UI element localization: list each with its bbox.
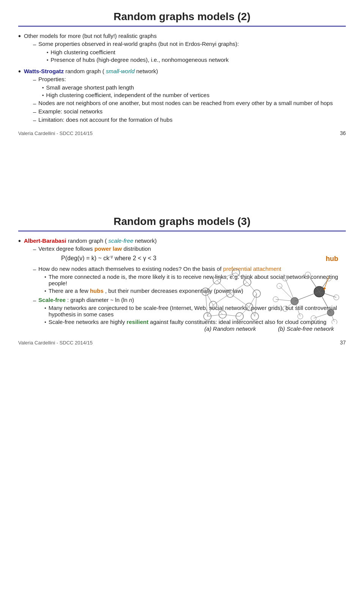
hubs-label: hubs [90,288,104,294]
bullet2-dash-list: – Nodes are not neighbors of one another… [24,100,333,123]
slide1-number: 36 [340,130,346,136]
slide2-sub3a-bullet: • [44,305,46,311]
svg-line-23 [240,307,249,316]
prop1-bullet: • [42,85,44,91]
power-law-label: power law [94,245,122,252]
svg-line-17 [206,280,217,292]
scale-free-graph-label: Scale-free [38,297,66,303]
formula-line: P(deg(v) = k) ~ ck-γ where 2 < γ < 3 [38,254,156,262]
slide2-sub2b-bullet: • [44,288,46,294]
svg-line-18 [247,282,257,294]
scale-free-network-svg [270,263,342,324]
slide2-bullet1-rest: random graph ( [68,237,107,244]
bullet1-subsub1-text: High clustering coefficient [51,49,116,55]
slide2-dash1-content: Vertex degree follows power law distribu… [38,245,156,264]
slide2-dash1-text2: distribution [124,245,151,252]
prop2: • High clustering coefficient, independe… [42,92,333,98]
slide2-sub2b-text1: There are a few [49,288,90,294]
slide2-dash1-icon: – [33,246,36,252]
bullet1-text: Other models for more (but not fully!) r… [24,33,157,39]
diagram2-box: hub [270,263,342,332]
dash-item2: – Example: social networks [33,108,333,115]
bullet1-sublist: – Some properties observed in real-world… [24,41,239,47]
slide1-bullet2: • Watts-Strogatz random graph ( small-wo… [18,68,346,125]
slide2-body: • Albert-Barabasi random graph ( scale-f… [18,237,346,332]
properties-label: Properties: [38,76,66,82]
formula-text: P(deg(v) = k) ~ ck-γ [61,255,113,261]
svg-line-48 [324,277,329,289]
svg-line-19 [206,292,213,305]
slide2-dash2-icon: – [33,266,36,272]
slide2-footer-left: Valeria Cardellini - SDCC 2014/15 [18,340,93,346]
slide2-title: Random graphs models (3) [18,215,346,228]
prop1: • Small average shortest path length [42,84,333,91]
slide2-bullet1-dot: • [18,237,21,245]
small-bullet-icon1: • [47,50,49,55]
svg-line-15 [230,294,249,307]
svg-line-53 [285,278,295,301]
svg-line-20 [213,305,223,314]
bullet1-subsub2-text: Presence of hubs (high-degree nodes), i.… [51,57,229,63]
hub-label-text: hub [326,255,338,263]
svg-line-14 [213,294,230,305]
slide2-dash1-text1: Vertex degree follows [38,245,94,252]
slide-2: Random graphs models (3) • Albert-Baraba… [0,205,364,355]
svg-line-54 [314,313,331,318]
formula-where: where 2 < γ < 3 [115,255,156,261]
slide1-title: Random graphs models (2) [18,11,346,23]
slide2-sub3b-bullet: • [44,319,46,325]
prop1-text: Small average shortest path length [46,84,134,91]
svg-line-16 [217,273,236,280]
svg-line-24 [249,307,255,316]
svg-line-25 [223,314,240,316]
svg-line-43 [295,292,319,301]
dash-icon5: – [33,117,36,123]
bullet2-rest2: network) [136,68,158,74]
dash-icon2: – [33,76,36,83]
svg-line-29 [236,273,247,282]
svg-line-21 [207,305,213,316]
dash-item1-text: Nodes are not neighbors of one another, … [38,100,333,106]
svg-line-12 [217,280,230,294]
slide1-bullet1: • Other models for more (but not fully!)… [18,33,346,64]
prop2-bullet: • [42,93,44,98]
slide1-footer: Valeria Cardellini - SDCC 2014/15 36 [18,129,346,136]
svg-line-26 [207,314,223,316]
bullet1-sub1-text: Some properties observed in real-world g… [38,41,239,47]
slide2-footer: Valeria Cardellini - SDCC 2014/15 37 [18,338,346,346]
albert-barabasi-label: Albert-Barabasi [24,237,66,244]
diagram2-label: (b) Scale-free network [278,325,334,332]
small-bullet-icon2: • [47,57,49,63]
dash-item3: – Limitation: does not account for the f… [33,116,333,123]
small-world-label: small-world [106,68,135,74]
bullet2-sub-properties: – Properties: [33,76,333,83]
diagram1-box: (a) Random network [194,263,266,332]
bullet2-dot: • [18,67,21,76]
scale-free-label: scale-free [108,237,133,244]
svg-line-49 [279,286,295,301]
dash-icon: – [33,41,36,47]
bullet2-sublist: – Properties: [24,76,333,83]
bullet1-content: Other models for more (but not fully!) r… [24,33,239,64]
slide2-title-underline [18,231,346,231]
slide2-sub3b-text1: Scale-free networks are highly [49,319,127,325]
svg-line-22 [249,294,257,307]
slide1-main-list: • Other models for more (but not fully!)… [18,33,346,125]
bullet2-rest1: random graph ( [65,68,104,74]
slide-1: Random graphs models (2) • Other models … [0,0,364,197]
dash-icon3: – [33,100,36,107]
slide2-dash1: – Vertex degree follows power law distri… [33,245,346,264]
bullet1-sub1: – Some properties observed in real-world… [33,41,239,47]
svg-line-50 [285,301,295,309]
slide2-dash3-icon: – [33,297,36,303]
dash-item3-text: Limitation: does not account for the for… [38,116,173,123]
bullet1-subsublist: • High clustering coefficient • Presence… [24,49,239,63]
slide2-dash3-rest: : graph diameter ~ ln (ln n) [67,297,134,303]
bullet1-subsub2: • Presence of hubs (high-degree nodes), … [47,57,239,63]
svg-line-13 [230,282,247,294]
slide2-sub2a-bullet: • [44,274,46,280]
slide2-bullet1-rest2: network) [135,237,157,244]
bullet2-content: Watts-Strogatz random graph ( small-worl… [24,68,333,125]
dash-icon4: – [33,108,36,115]
resilient-label: resilient [127,319,149,325]
